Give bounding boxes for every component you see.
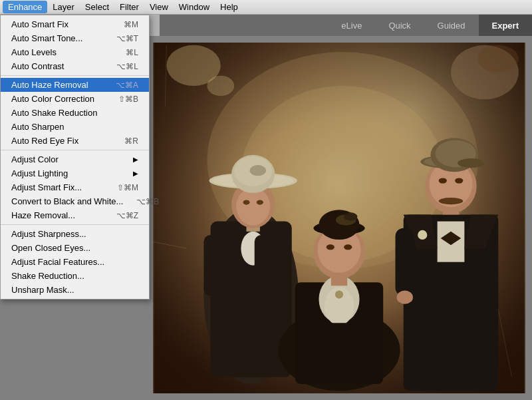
menu-item-auto-smart-fix[interactable]: Auto Smart Fix ⌘M [1, 17, 149, 31]
menu-item-auto-sharpen[interactable]: Auto Sharpen [1, 120, 149, 134]
svg-point-33 [439, 198, 464, 204]
menu-view[interactable]: View [144, 1, 174, 13]
menu-item-auto-red-eye-fix[interactable]: Auto Red Eye Fix ⌘R [1, 134, 149, 148]
separator-3 [1, 224, 149, 225]
menu-enhance[interactable]: Enhance [3, 1, 47, 13]
menu-window[interactable]: Window [174, 1, 215, 13]
svg-point-20 [243, 200, 249, 205]
menu-item-auto-levels[interactable]: Auto Levels ⌘L [1, 45, 149, 59]
dropdown-menu: Auto Smart Fix ⌘M Auto Smart Tone... ⌥⌘T… [0, 15, 150, 300]
svg-rect-41 [396, 228, 415, 296]
menu-layer[interactable]: Layer [47, 1, 80, 13]
menu-bar: Enhance Layer Select Filter View Window … [0, 0, 532, 15]
photo [153, 43, 525, 393]
menu-filter[interactable]: Filter [114, 1, 144, 13]
svg-point-52 [344, 244, 352, 250]
tabs-bar: eLive Quick Guided Expert [160, 15, 532, 36]
menu-item-unsharp-mask[interactable]: Unsharp Mask... [1, 283, 149, 297]
menu-item-adjust-sharpness[interactable]: Adjust Sharpness... [1, 227, 149, 241]
svg-rect-57 [309, 323, 370, 377]
menu-item-haze-removal[interactable]: Haze Removal... ⌥⌘Z [1, 208, 149, 222]
svg-rect-22 [203, 235, 220, 296]
menu-item-auto-haze-removal[interactable]: Auto Haze Removal ⌥⌘A [1, 78, 149, 92]
svg-point-6 [478, 45, 519, 73]
tab-quick[interactable]: Quick [375, 15, 424, 36]
svg-rect-23 [255, 235, 271, 296]
menu-item-adjust-lighting[interactable]: Adjust Lighting ▶ [1, 166, 149, 180]
svg-point-21 [257, 200, 263, 205]
svg-point-19 [250, 165, 266, 176]
menu-item-convert-bw[interactable]: Convert to Black and White... ⌥⌘B [1, 194, 149, 208]
menu-item-adjust-color[interactable]: Adjust Color ▶ [1, 152, 149, 166]
svg-point-42 [397, 290, 413, 303]
svg-point-35 [455, 178, 463, 183]
menu-item-adjust-smart-fix[interactable]: Adjust Smart Fix... ⇧⌘M [1, 180, 149, 194]
svg-point-34 [439, 178, 447, 183]
svg-point-47 [335, 290, 343, 298]
svg-point-40 [458, 158, 485, 168]
svg-point-56 [344, 212, 357, 220]
tab-expert[interactable]: Expert [479, 15, 532, 36]
separator-1 [1, 75, 149, 76]
menu-item-auto-color-correction[interactable]: Auto Color Correction ⇧⌘B [1, 92, 149, 106]
menu-item-auto-shake-reduction[interactable]: Auto Shake Reduction [1, 106, 149, 120]
menu-select[interactable]: Select [80, 1, 114, 13]
menu-item-shake-reduction[interactable]: Shake Reduction... [1, 269, 149, 283]
menu-item-auto-smart-tone[interactable]: Auto Smart Tone... ⌥⌘T [1, 31, 149, 45]
photo-container [153, 43, 525, 393]
tab-elive[interactable]: eLive [328, 15, 375, 36]
menu-item-open-closed-eyes[interactable]: Open Closed Eyes... [1, 241, 149, 255]
svg-point-29 [418, 230, 427, 240]
menu-help[interactable]: Help [215, 1, 243, 13]
tab-guided[interactable]: Guided [424, 15, 479, 36]
menu-item-adjust-facial-features[interactable]: Adjust Facial Features... [1, 255, 149, 269]
svg-point-4 [207, 76, 234, 97]
separator-2 [1, 150, 149, 150]
menu-item-auto-contrast[interactable]: Auto Contrast ⌥⌘L [1, 59, 149, 73]
svg-point-51 [327, 244, 334, 250]
svg-point-14 [236, 188, 270, 226]
